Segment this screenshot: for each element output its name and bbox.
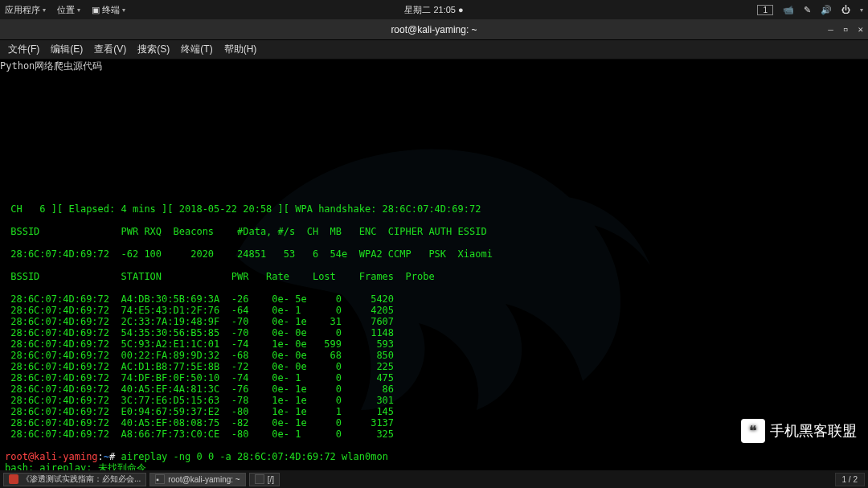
tools-icon[interactable]: ✎ — [804, 5, 811, 15]
terminal-icon: ▣ — [92, 5, 100, 15]
client-row: 28:6C:07:4D:69:72 3C:77:E6:D5:15:63 -78 … — [5, 395, 394, 406]
menu-edit[interactable]: 编辑(E) — [51, 43, 83, 56]
client-row: 28:6C:07:4D:69:72 AC:D1:B8:77:5E:8B -72 … — [5, 361, 394, 372]
terminal-menubar: 文件(F) 编辑(E) 查看(V) 搜索(S) 终端(T) 帮助(H) — [0, 40, 868, 59]
power-icon[interactable]: ⏻ — [841, 5, 850, 14]
menu-search[interactable]: 搜索(S) — [137, 43, 170, 56]
menu-view[interactable]: 查看(V) — [94, 43, 126, 56]
client-row: 28:6C:07:4D:69:72 A4:DB:30:5B:69:3A -26 … — [5, 293, 394, 305]
workspace-indicator[interactable]: 1 — [757, 5, 773, 15]
command: aireplay -ng 0 0 -a 28:6C:07:4D:69:72 wl… — [121, 451, 388, 462]
bash-error: bash: aireplay: 未找到命令 — [5, 462, 146, 470]
ap-header-row: BSSID PWR RXQ Beacons #Data, #/s CH MB E… — [5, 226, 487, 237]
applications-menu[interactable]: 应用程序 ▾ — [5, 4, 46, 16]
volume-icon[interactable]: 🔊 — [821, 5, 832, 15]
system-menu-chevron[interactable]: ▾ — [860, 6, 863, 14]
client-row: 28:6C:07:4D:69:72 40:A5:EF:08:08:75 -82 … — [5, 417, 394, 429]
task-book[interactable]: 《渗透测试实践指南：必知必会... — [3, 473, 146, 486]
bottom-taskbar: 《渗透测试实践指南：必知必会... ▪root@kali-yaming: ~ [… — [0, 470, 868, 488]
maximize-button[interactable]: ▫ — [843, 24, 849, 35]
terminal-launcher[interactable]: ▣ 终端 ▾ — [92, 4, 125, 16]
window-title-text: root@kali-yaming: ~ — [391, 24, 477, 35]
minimize-button[interactable]: — — [828, 24, 833, 35]
clock[interactable]: 星期二 21:05 ● — [404, 4, 463, 16]
prompt-user: root@kali-yaming — [5, 451, 98, 462]
client-row: 28:6C:07:4D:69:72 E0:94:67:59:37:E2 -80 … — [5, 406, 394, 417]
desktop-folder[interactable]: Python网络爬虫源代码 — [0, 59, 868, 73]
client-row: 28:6C:07:4D:69:72 40:A5:EF:4A:81:3C -76 … — [5, 383, 394, 395]
video-icon[interactable]: 📹 — [783, 5, 794, 15]
close-button[interactable]: ✕ — [858, 24, 863, 35]
menu-file[interactable]: 文件(F) — [8, 43, 39, 56]
folder-icon — [255, 474, 264, 484]
ap-row: 28:6C:07:4D:69:72 -62 100 2020 24851 53 … — [5, 248, 493, 260]
client-header-row: BSSID STATION PWR Rate Lost Frames Probe — [5, 271, 435, 282]
client-row: 28:6C:07:4D:69:72 5C:93:A2:E1:1C:01 -74 … — [5, 338, 394, 350]
client-row: 28:6C:07:4D:69:72 74:DF:BF:0F:50:10 -74 … — [5, 372, 394, 383]
terminal-output: CH 6 ][ Elapsed: 4 mins ][ 2018-05-22 20… — [0, 73, 868, 470]
client-row: 28:6C:07:4D:69:72 00:22:FA:89:9D:32 -68 … — [5, 350, 394, 361]
places-menu[interactable]: 位置 ▾ — [57, 4, 80, 16]
window-titlebar[interactable]: root@kali-yaming: ~ — ▫ ✕ — [0, 19, 868, 40]
gnome-top-panel: 应用程序 ▾ 位置 ▾ ▣ 终端 ▾ 星期二 21:05 ● 1 📹 ✎ 🔊 ⏻… — [0, 0, 868, 19]
workspace-pager[interactable]: 1 / 2 — [835, 473, 865, 486]
client-row: 28:6C:07:4D:69:72 2C:33:7A:19:48:9F -70 … — [5, 316, 394, 327]
task-terminal[interactable]: ▪root@kali-yaming: ~ — [149, 473, 245, 486]
client-row: 28:6C:07:4D:69:72 74:E5:43:D1:2F:76 -64 … — [5, 305, 394, 316]
terminal-icon: ▪ — [155, 474, 165, 484]
menu-help[interactable]: 帮助(H) — [224, 43, 257, 56]
menu-terminal[interactable]: 终端(T) — [181, 43, 212, 56]
wechat-icon: ❝ — [741, 419, 765, 443]
client-row: 28:6C:07:4D:69:72 54:35:30:56:B5:85 -70 … — [5, 327, 394, 338]
terminal-viewport[interactable]: Python网络爬虫源代码 CH 6 ][ Elapsed: 4 mins ][… — [0, 59, 868, 470]
watermark: ❝ 手机黑客联盟 — [741, 419, 857, 443]
airodump-header: CH 6 ][ Elapsed: 4 mins ][ 2018-05-22 20… — [5, 203, 481, 215]
app-icon — [9, 474, 18, 484]
task-files[interactable]: [/] — [249, 473, 280, 486]
folder-label: Python网络爬虫源代码 — [0, 59, 868, 73]
client-row: 28:6C:07:4D:69:72 A8:66:7F:73:C0:CE -80 … — [5, 429, 394, 440]
prompt-path: ~ — [104, 451, 109, 462]
